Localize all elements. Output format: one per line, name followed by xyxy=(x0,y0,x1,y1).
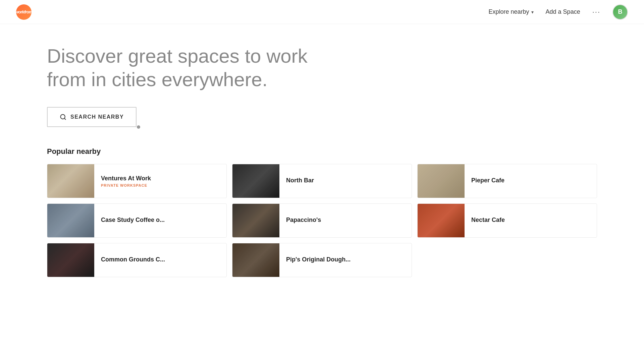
space-card-image xyxy=(418,204,465,237)
popular-section-title: Popular nearby xyxy=(47,147,597,156)
space-card-image xyxy=(418,164,465,198)
space-card-info: Pip's Original Dough... xyxy=(279,251,412,270)
space-card-image xyxy=(232,204,279,237)
logo[interactable]: workfrom xyxy=(16,4,32,20)
svg-line-1 xyxy=(64,118,66,120)
space-card[interactable]: North Bar xyxy=(232,164,412,198)
space-card-name: Papaccino's xyxy=(286,217,405,224)
search-icon xyxy=(60,114,66,120)
spaces-grid: Ventures At WorkPRIVATE WORKSPACENorth B… xyxy=(47,164,597,277)
dots-icon: ··· xyxy=(592,8,600,16)
logo-text: workfrom xyxy=(15,9,32,14)
space-card-name: Pieper Cafe xyxy=(471,177,590,184)
space-card[interactable]: Ventures At WorkPRIVATE WORKSPACE xyxy=(47,164,227,198)
space-card-image xyxy=(47,204,94,237)
main-nav: Explore nearby ▾ Add a Space ··· B xyxy=(489,4,628,20)
space-card-name: Common Grounds C... xyxy=(101,256,220,263)
space-card-info: Ventures At WorkPRIVATE WORKSPACE xyxy=(94,170,226,193)
space-card[interactable]: Common Grounds C... xyxy=(47,243,227,277)
explore-nearby-nav[interactable]: Explore nearby ▾ xyxy=(489,8,534,15)
main-content: Discover great spaces to work from in ci… xyxy=(0,24,644,297)
space-card-info: Common Grounds C... xyxy=(94,251,226,270)
space-card[interactable]: Pieper Cafe xyxy=(417,164,597,198)
logo-icon: workfrom xyxy=(16,4,32,20)
space-card[interactable]: Pip's Original Dough... xyxy=(232,243,412,277)
search-nearby-button[interactable]: SEARCH NEARBY xyxy=(47,107,137,127)
explore-nearby-label: Explore nearby xyxy=(489,8,529,15)
space-card[interactable]: Papaccino's xyxy=(232,203,412,238)
space-card-name: Nectar Cafe xyxy=(471,217,590,224)
space-card[interactable]: Case Study Coffee o... xyxy=(47,203,227,238)
space-card-info: Case Study Coffee o... xyxy=(94,211,226,230)
space-card-image xyxy=(47,243,94,277)
space-card-tag: PRIVATE WORKSPACE xyxy=(101,183,220,187)
space-card-name: Ventures At Work xyxy=(101,175,220,182)
space-card[interactable]: Nectar Cafe xyxy=(417,203,597,238)
space-card-info: Nectar Cafe xyxy=(465,211,597,230)
add-space-nav[interactable]: Add a Space xyxy=(546,8,580,15)
space-card-name: Pip's Original Dough... xyxy=(286,256,405,263)
space-card-name: Case Study Coffee o... xyxy=(101,217,220,224)
avatar-initial: B xyxy=(618,8,623,15)
add-space-label: Add a Space xyxy=(546,8,580,15)
space-card-name: North Bar xyxy=(286,177,405,184)
header: workfrom Explore nearby ▾ Add a Space ··… xyxy=(0,0,644,24)
hero-title: Discover great spaces to work from in ci… xyxy=(47,44,322,91)
popular-section: Popular nearby Ventures At WorkPRIVATE W… xyxy=(47,147,597,277)
space-card-image xyxy=(232,243,279,277)
search-button-label: SEARCH NEARBY xyxy=(70,114,124,120)
chevron-down-icon: ▾ xyxy=(531,9,534,15)
space-card-image xyxy=(232,164,279,198)
more-options-nav[interactable]: ··· xyxy=(592,8,600,16)
space-card-image xyxy=(47,164,94,198)
space-card-info: Pieper Cafe xyxy=(465,172,597,191)
space-card-info: North Bar xyxy=(279,172,412,191)
user-avatar[interactable]: B xyxy=(612,4,628,20)
space-card-info: Papaccino's xyxy=(279,211,412,230)
